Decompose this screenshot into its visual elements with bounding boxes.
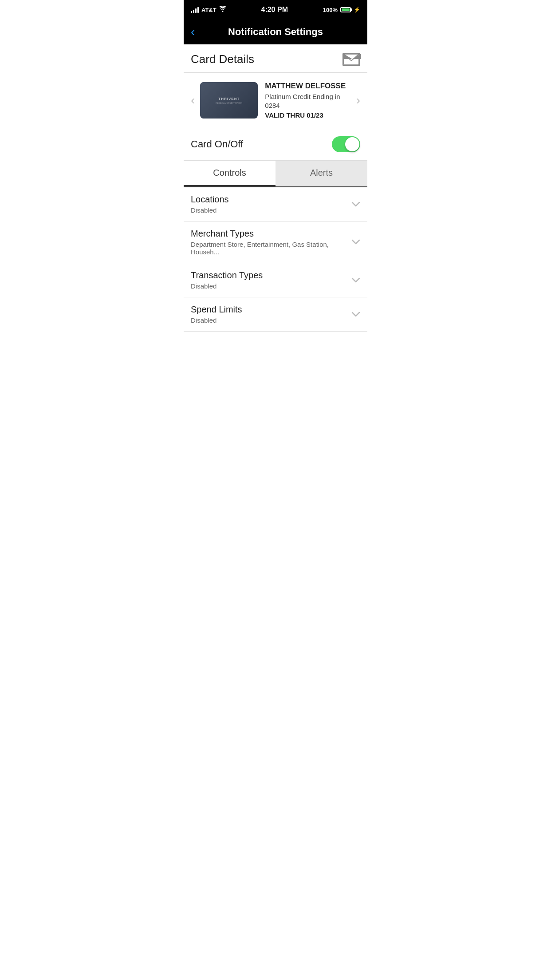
list-item-locations-title: Locations (191, 194, 346, 205)
card-toggle-row: Card On/Off (184, 128, 367, 160)
card-nav-right-button[interactable]: › (356, 94, 360, 107)
card-logo-subtext: FEDERAL CREDIT UNION (216, 102, 242, 104)
list-item-locations-subtitle: Disabled (191, 206, 346, 214)
battery-percentage: 100% (323, 7, 338, 13)
list-item-transaction-types-subtitle: Disabled (191, 282, 346, 290)
list-item-merchant-types-subtitle: Department Store, Entertainment, Gas Sta… (191, 241, 346, 256)
card-type: Platinum Credit Ending in 0284 (265, 92, 356, 110)
toggle-knob (345, 137, 359, 151)
tabs: Controls Alerts (184, 161, 367, 187)
status-bar: AT&T 4:20 PM 100% ⚡ (184, 0, 367, 20)
signal-bars (191, 7, 199, 13)
status-right: 100% ⚡ (323, 7, 360, 13)
chevron-down-icon-spend-limits (351, 310, 360, 319)
battery-container (340, 7, 351, 12)
list-item-spend-limits-content: Spend Limits Disabled (191, 304, 346, 324)
card-nav-left-button[interactable]: ‹ (191, 94, 195, 107)
list-item-spend-limits-subtitle: Disabled (191, 316, 346, 324)
back-button[interactable]: ‹ (191, 26, 195, 38)
battery-icon (340, 7, 351, 12)
list-item-merchant-types-content: Merchant Types Department Store, Enterta… (191, 229, 346, 256)
list-item-transaction-types-content: Transaction Types Disabled (191, 270, 346, 290)
card-toggle-switch[interactable] (332, 136, 360, 152)
list-item-spend-limits[interactable]: Spend Limits Disabled (184, 297, 367, 332)
status-time: 4:20 PM (261, 6, 287, 14)
nav-header: ‹ Notification Settings (184, 20, 367, 44)
charging-icon: ⚡ (354, 7, 360, 13)
email-icon-button[interactable] (342, 53, 360, 66)
list-item-merchant-types-title: Merchant Types (191, 229, 346, 239)
list-item-transaction-types-title: Transaction Types (191, 270, 346, 281)
card-logo-text: THRIVENT (218, 97, 240, 101)
svg-rect-0 (344, 54, 359, 65)
chevron-down-icon-merchant-types (351, 237, 360, 247)
tab-controls[interactable]: Controls (184, 161, 276, 186)
cardholder-name: MATTHEW DELFOSSE (265, 82, 356, 91)
card-details-title: Card Details (191, 52, 254, 66)
signal-bar-4 (197, 7, 199, 13)
list-item-transaction-types[interactable]: Transaction Types Disabled (184, 263, 367, 297)
card-details-header: Card Details (184, 44, 367, 72)
chevron-down-icon-locations (351, 200, 360, 209)
signal-bar-3 (195, 8, 197, 13)
card-toggle-label: Card On/Off (191, 138, 243, 150)
signal-bar-1 (191, 11, 192, 13)
list-item-merchant-types[interactable]: Merchant Types Department Store, Enterta… (184, 221, 367, 263)
tab-alerts[interactable]: Alerts (276, 161, 367, 186)
status-left: AT&T (191, 6, 226, 13)
list-item-locations-content: Locations Disabled (191, 194, 346, 214)
main-content: Card Details ‹ THRIVENT FEDERAL CREDIT U… (184, 44, 367, 332)
list-item-spend-limits-title: Spend Limits (191, 304, 346, 315)
card-valid: VALID THRU 01/23 (265, 111, 356, 119)
card-details-text: MATTHEW DELFOSSE Platinum Credit Ending … (265, 82, 356, 119)
signal-bar-2 (193, 10, 194, 13)
chevron-down-icon-transaction-types (351, 276, 360, 285)
card-image: THRIVENT FEDERAL CREDIT UNION (200, 82, 258, 119)
battery-fill (342, 8, 350, 11)
list-item-locations[interactable]: Locations Disabled (184, 187, 367, 221)
page-title: Notification Settings (228, 26, 323, 38)
card-row: ‹ THRIVENT FEDERAL CREDIT UNION MATTHEW … (184, 73, 367, 128)
carrier-text: AT&T (201, 7, 216, 13)
wifi-icon (219, 6, 226, 13)
